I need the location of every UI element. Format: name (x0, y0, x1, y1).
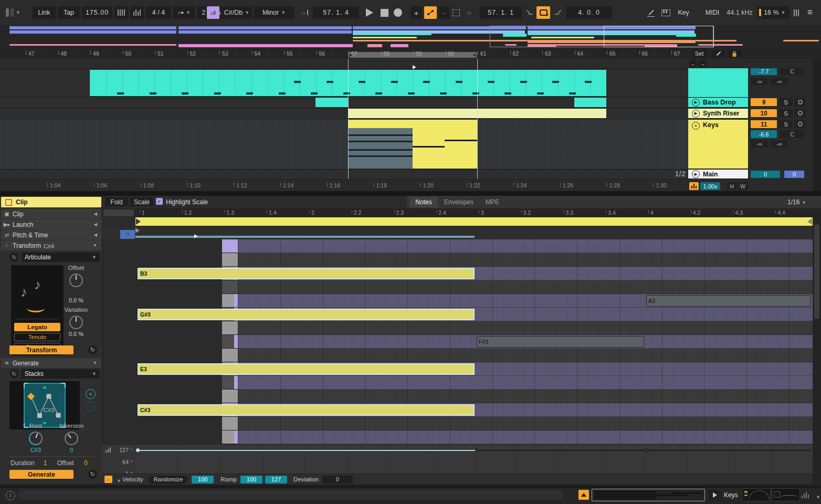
section-clip[interactable]: ▣Clip◀ (1, 209, 101, 219)
variation-knob[interactable] (69, 316, 83, 329)
section-launch[interactable]: ▶▸Launch◀ (1, 219, 101, 229)
refresh-icon[interactable]: ↻ (9, 253, 19, 262)
track-name-main[interactable]: ▶Main (688, 170, 748, 179)
height-zoom-button[interactable]: H (727, 182, 736, 190)
scale-mode-menu[interactable]: Minor▼ (254, 6, 294, 19)
piano-key[interactable] (222, 239, 238, 253)
lane-chooser-caret[interactable]: ▼ (114, 477, 121, 484)
track-number-synth-riser[interactable]: 10 (751, 109, 777, 117)
piano-key[interactable] (222, 321, 238, 335)
variation-value[interactable]: 0.0 % (58, 331, 94, 337)
gen-offset-value[interactable]: 0 (84, 459, 88, 467)
hidden-track-color-block[interactable] (688, 68, 748, 98)
scale-button[interactable]: Scale (130, 197, 153, 206)
velocity-line-selected[interactable] (138, 450, 477, 451)
track-number-bass-drop[interactable]: 9 (751, 98, 777, 106)
lane-chooser-icon[interactable]: ← (104, 476, 112, 483)
forward-arrow-icon[interactable]: → (699, 60, 707, 68)
arrangement-loop-brace[interactable] (348, 52, 477, 58)
piano-roll-row[interactable] (238, 321, 821, 335)
clip-mini-overview[interactable] (592, 489, 705, 501)
duration-value[interactable]: 1 (44, 459, 47, 467)
window-mode-icon[interactable]: ▼ (5, 6, 21, 19)
overview-clip-segment[interactable] (9, 44, 176, 46)
track-play-icon[interactable]: ▶ (692, 99, 700, 107)
ramp-from-field[interactable]: 100 (240, 476, 262, 484)
piano-roll-grid[interactable]: C#4C#3B3G#3E3C#3F#3A3 (102, 239, 821, 444)
grid-value-menu[interactable]: 1/16▼ (787, 198, 806, 206)
time-signature-field[interactable]: 4 / 4 (146, 6, 171, 19)
velocity-point[interactable] (136, 448, 140, 452)
solo-button-bass-drop[interactable]: S (779, 98, 793, 106)
velocity-point[interactable] (475, 448, 479, 452)
punch-position-field[interactable]: 57. 1. 1 (480, 6, 522, 19)
arrangement-time-ruler[interactable]: 1:041:061:081:101:121:141:161:181:201:22… (0, 179, 688, 192)
inversion-value[interactable]: 0 (52, 447, 90, 453)
expand-icon[interactable]: ▼ (93, 361, 97, 365)
expand-icon[interactable]: ▼ (93, 243, 97, 248)
midi-activity-icon[interactable] (689, 182, 699, 190)
arrangement-area[interactable] (0, 59, 688, 179)
piano-key[interactable] (222, 294, 238, 308)
fold-button[interactable]: Fold (105, 197, 128, 206)
loop-button[interactable] (536, 6, 550, 19)
track-lane-hidden[interactable] (0, 59, 688, 69)
metronome-button[interactable]: ○●▼ (173, 6, 195, 19)
hidden-track-pan[interactable]: C (780, 68, 804, 75)
track-lane-main[interactable] (0, 170, 688, 179)
piano-roll-row[interactable] (238, 430, 821, 444)
volume-field-keys[interactable]: -6.6 (751, 130, 777, 138)
deviation-field[interactable]: 0 (322, 476, 353, 484)
show-overview-icon[interactable] (792, 6, 801, 19)
piano-roll-row[interactable] (238, 280, 821, 294)
piano-roll-row[interactable] (238, 253, 821, 267)
piano-key[interactable] (222, 349, 238, 362)
device-thumbnail-2[interactable] (772, 488, 800, 501)
levels-caret[interactable]: ▼ (814, 493, 820, 500)
generate-refresh-icon[interactable]: ↻ (88, 470, 97, 479)
arm-button-synth-riser[interactable] (794, 109, 806, 117)
velocity-line[interactable] (477, 450, 811, 451)
collapse-icon[interactable]: ◀ (94, 222, 97, 227)
highlight-scale-checkbox[interactable]: ✓ (156, 198, 163, 205)
hidden-track-volume[interactable]: -7.7 (751, 68, 777, 75)
piano-roll-row[interactable] (238, 376, 821, 390)
piano-key[interactable] (222, 390, 238, 403)
scale-awareness-button[interactable]: ♭♯ (207, 6, 219, 19)
piano-key[interactable] (222, 253, 238, 267)
width-zoom-button[interactable]: W (738, 182, 748, 190)
track-play-icon[interactable]: ▶ (692, 170, 700, 178)
legato-mode-button[interactable]: Legato (14, 323, 60, 331)
randomize-amount-field[interactable]: 100 (192, 476, 214, 484)
clip-loop-bar[interactable] (135, 217, 813, 226)
pan-field-keys[interactable]: C (780, 130, 804, 138)
piano-roll-row[interactable] (238, 417, 821, 430)
clip-scrub-flag[interactable] (194, 234, 198, 238)
overview-clip-segment[interactable] (178, 44, 353, 47)
playback-speed-field[interactable]: 1.00x (700, 182, 720, 190)
piano-roll-row[interactable] (238, 239, 821, 253)
section-pitch-time[interactable]: ⇄Pitch & Time◀ (1, 230, 101, 240)
back-arrow-icon[interactable]: ← (689, 60, 697, 68)
lock-icon[interactable]: 🔒 (728, 49, 741, 58)
headphone-preview-icon[interactable]: ∩ (120, 229, 135, 239)
midi-note[interactable]: A3 (646, 295, 811, 307)
solo-button-synth-riser[interactable]: S (779, 109, 793, 117)
clip-bass-drop-2[interactable] (574, 98, 606, 107)
clip-tab[interactable]: Clip (1, 197, 101, 207)
device-thumbnail-1[interactable] (742, 488, 771, 501)
clip-keys-right-half[interactable] (413, 128, 477, 169)
tab-envelopes[interactable]: Envelopes (440, 197, 478, 207)
nudge-down-icon[interactable] (114, 6, 128, 19)
tab-notes[interactable]: Notes (409, 197, 438, 207)
set-button[interactable]: Set (691, 49, 708, 58)
velocity-grid[interactable] (135, 445, 813, 474)
loop-length-field[interactable]: 4. 0. 0 (566, 6, 612, 19)
draw-mode-pencil-icon[interactable] (645, 6, 657, 19)
piano-key[interactable] (222, 376, 238, 390)
stacks-pattern-icon[interactable] (24, 383, 66, 428)
send-a-keys[interactable]: -∞ (751, 140, 768, 148)
track-lane-cyan[interactable] (0, 69, 688, 97)
arm-button-bass-drop[interactable] (794, 98, 806, 106)
track-name-synth-riser[interactable]: ▶Synth Riser (688, 109, 748, 119)
